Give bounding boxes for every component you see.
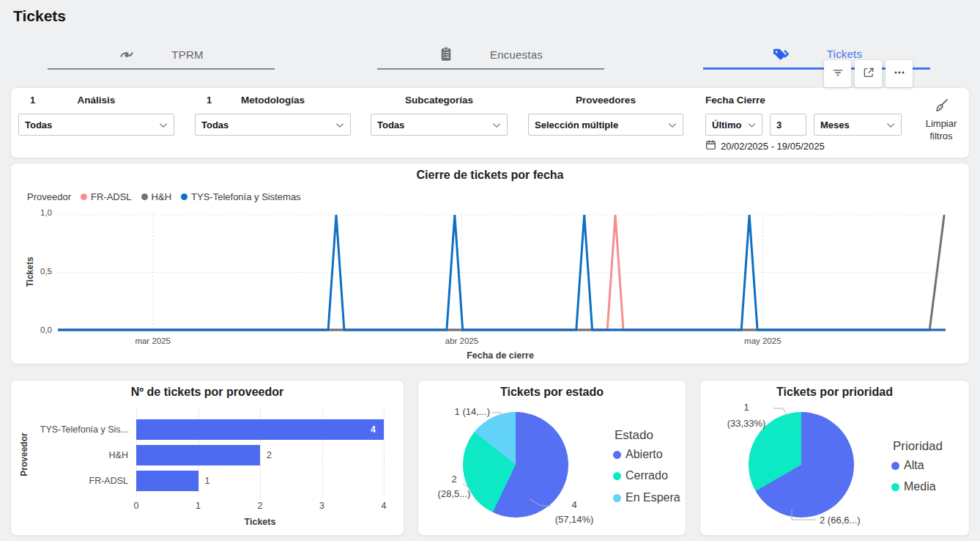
page-title: Tickets [13, 7, 66, 25]
bar-x-tick: 2 [258, 501, 263, 511]
metodologias-value: Todas [201, 119, 229, 130]
pie-estado-card: Tickets por estado 1 (14,...) 2 (28,5...… [417, 380, 686, 536]
more-options-button[interactable] [886, 60, 913, 87]
bar-value: 1 [205, 471, 210, 491]
subcategorias-value: Todas [377, 119, 404, 130]
bar-chart-title: Nº de tickets por proveedor [11, 386, 404, 399]
line-y-axis-title: Tickets [25, 257, 35, 287]
pie-label-en-espera: 1 (14,...) [424, 405, 490, 419]
visual-toolbar [824, 60, 913, 87]
fecha-mode-value: Último [712, 119, 741, 130]
filter-icon [831, 65, 845, 82]
legend-label: Abierto [626, 448, 663, 461]
more-options-icon [892, 65, 907, 82]
x-tick: abr 2025 [445, 336, 478, 345]
legend-item-tys[interactable]: TYS-Telefonía y Sistemas [181, 191, 301, 202]
chevron-down-icon [492, 119, 501, 130]
pie-label-line: (28,5...) [430, 487, 478, 501]
pie-prioridad-card: Tickets por prioridad 1 (33,33%) 2 (66,6… [699, 380, 970, 536]
fecha-unit-dropdown[interactable]: Meses [814, 114, 902, 136]
filter-bar: 1 Análisis Todas 1 Metodologías Todas Su… [10, 87, 970, 158]
metodologias-dropdown[interactable]: Todas [195, 114, 351, 136]
line-chart-title: Cierre de tickets por fecha [11, 169, 969, 182]
legend-label: H&H [152, 191, 171, 202]
legend-item-alta[interactable]: Alta [891, 459, 924, 472]
bar-row: 4 [136, 419, 384, 440]
bar-fr-adsl[interactable] [136, 471, 198, 491]
legend-label: En Espera [626, 491, 680, 504]
chevron-down-icon [748, 119, 756, 130]
legend-label: Cerrado [626, 469, 668, 482]
legend-item-cerrado[interactable]: Cerrado [613, 469, 668, 482]
subcategorias-dropdown[interactable]: Todas [371, 114, 508, 136]
date-range-text: 20/02/2025 - 19/05/2025 [721, 141, 825, 152]
fecha-mode-dropdown[interactable]: Último [705, 114, 762, 136]
pie-label-line: (57,14%) [549, 512, 600, 527]
pie-label-abierto: 4 (57,14%) [549, 498, 600, 527]
legend-dot [181, 194, 188, 200]
bar-x-tick: 4 [382, 501, 387, 511]
proveedores-dropdown[interactable]: Selección múltiple [528, 114, 683, 136]
calendar-icon [705, 139, 716, 152]
clear-filters-label-2: filtros [929, 130, 952, 142]
chevron-down-icon [335, 119, 344, 130]
y-tick: 1,0 [40, 208, 52, 217]
analisis-value: Todas [25, 119, 52, 130]
legend-item-hh[interactable]: H&H [141, 191, 171, 202]
pie-label-alta: 2 (66,6...) [820, 513, 886, 528]
chevron-down-icon [159, 119, 168, 130]
x-tick: may 2025 [744, 336, 782, 345]
pie-estado-legend-title: Estado [615, 428, 653, 443]
tab-label-tprm: TPRM [171, 48, 203, 61]
legend-title: Proveedor [27, 191, 71, 202]
line-chart-plot[interactable] [58, 213, 946, 332]
proveedores-value: Selección múltiple [535, 119, 618, 130]
bar-tys[interactable] [136, 419, 384, 440]
bar-value: 4 [371, 419, 376, 440]
exchange-arrows-icon [119, 47, 135, 62]
tab-tprm[interactable]: TPRM [48, 40, 275, 70]
analisis-dropdown[interactable]: Todas [18, 114, 174, 136]
pie-prioridad-title: Tickets por prioridad [700, 386, 969, 399]
y-tick: 0,5 [40, 267, 52, 276]
pie-prioridad-legend-title: Prioridad [893, 439, 943, 454]
line-chart-card: Cierre de tickets por fecha Proveedor FR… [10, 163, 970, 364]
popout-button[interactable] [855, 60, 882, 87]
bar-category: TYS-Telefonía y Sis... [15, 419, 128, 440]
fecha-amount-input[interactable] [770, 114, 806, 136]
pie-label-media: 1 (33,33%) [717, 400, 776, 432]
pie-label-line: (33,33%) [717, 416, 776, 432]
legend-dot [613, 451, 621, 459]
tab-encuestas[interactable]: Encuestas [377, 40, 604, 70]
bar-category: FR-ADSL [15, 471, 128, 491]
filter-button[interactable] [824, 60, 851, 87]
legend-label: FR-ADSL [91, 191, 132, 202]
chevron-down-icon [668, 119, 677, 130]
legend-item-abierto[interactable]: Abierto [613, 448, 663, 461]
legend-label: TYS-Telefonía y Sistemas [191, 191, 301, 202]
legend-item-media[interactable]: Media [891, 480, 936, 493]
bar-chart-card: Nº de tickets por proveedor Proveedor TY… [10, 380, 404, 536]
clipboard-checklist-icon [439, 46, 453, 62]
bar-row: 2 [136, 445, 384, 465]
clear-filters-button[interactable]: Limpiar filtros [915, 97, 968, 142]
line-chart-legend: Proveedor FR-ADSL H&H TYS-Telefonía y Si… [27, 191, 301, 202]
legend-item-en-espera[interactable]: En Espera [613, 491, 680, 504]
bar-x-tick: 1 [196, 501, 201, 511]
legend-dot [613, 472, 621, 480]
legend-item-fr-adsl[interactable]: FR-ADSL [81, 191, 132, 202]
legend-label: Alta [904, 459, 924, 472]
tab-label-encuestas: Encuestas [490, 48, 543, 61]
chevron-down-icon [886, 119, 895, 130]
bar-row: 1 [136, 471, 384, 491]
fecha-unit-value: Meses [820, 119, 850, 130]
date-range: 20/02/2025 - 19/05/2025 [705, 139, 825, 152]
line-x-axis-title: Fecha de cierre [467, 350, 534, 361]
fecha-cierre-label: Fecha Cierre [705, 95, 765, 106]
popout-icon [861, 65, 876, 82]
bar-value: 2 [267, 445, 272, 465]
pie-label-line: 4 [549, 498, 600, 512]
bar-x-axis-title: Tickets [245, 517, 276, 527]
legend-dot [891, 462, 899, 470]
bar-hh[interactable] [136, 445, 260, 465]
